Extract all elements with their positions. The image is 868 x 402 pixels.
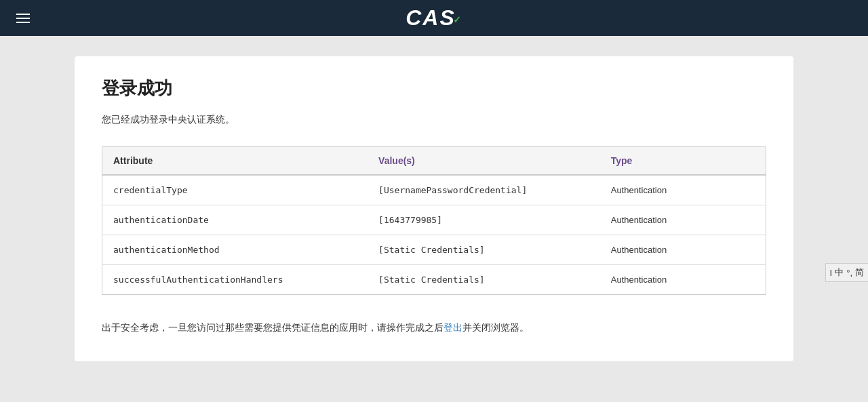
cell-type: Authentication bbox=[600, 265, 766, 295]
menu-icon-line1 bbox=[16, 14, 30, 15]
menu-icon-line3 bbox=[16, 22, 30, 23]
app-header: CAS✓ bbox=[0, 0, 868, 36]
menu-icon-line2 bbox=[16, 18, 30, 19]
ime-item-simp[interactable]: 简 bbox=[855, 266, 864, 279]
table-row: successfulAuthenticationHandlers [Static… bbox=[102, 265, 766, 295]
footer-note-after: 并关闭浏览器。 bbox=[462, 322, 529, 333]
col-header-attribute: Attribute bbox=[102, 147, 368, 176]
cell-attribute: authenticationMethod bbox=[102, 235, 368, 265]
cell-type: Authentication bbox=[600, 205, 766, 235]
cell-type: Authentication bbox=[600, 235, 766, 265]
attributes-table: Attribute Value(s) Type credentialType [… bbox=[102, 146, 766, 295]
table-row: authenticationMethod [Static Credentials… bbox=[102, 235, 766, 265]
app-logo: CAS✓ bbox=[406, 5, 462, 31]
cell-attribute: authenticationDate bbox=[102, 205, 368, 235]
cell-value: [UsernamePasswordCredential] bbox=[368, 175, 600, 205]
table-row: credentialType [UsernamePasswordCredenti… bbox=[102, 175, 766, 205]
menu-button[interactable] bbox=[14, 11, 33, 26]
success-message: 您已经成功登录中央认证系统。 bbox=[102, 114, 766, 126]
page-title: 登录成功 bbox=[102, 77, 766, 100]
cell-type: Authentication bbox=[600, 175, 766, 205]
footer-note-before: 出于安全考虑，一旦您访问过那些需要您提供凭证信息的应用时，请操作完成之后 bbox=[102, 322, 443, 333]
cell-attribute: credentialType bbox=[102, 175, 368, 205]
ime-item-zh[interactable]: 中 bbox=[835, 266, 844, 279]
cell-value: [1643779985] bbox=[368, 205, 600, 235]
ime-item-i[interactable]: I bbox=[830, 268, 833, 278]
footer-note: 出于安全考虑，一旦您访问过那些需要您提供凭证信息的应用时，请操作完成之后登出并关… bbox=[102, 322, 766, 334]
cell-value: [Static Credentials] bbox=[368, 265, 600, 295]
table-header-row: Attribute Value(s) Type bbox=[102, 147, 766, 176]
ime-item-punct[interactable]: °, bbox=[846, 268, 852, 278]
main-wrapper: 登录成功 您已经成功登录中央认证系统。 Attribute Value(s) T… bbox=[0, 36, 868, 382]
logo-checkmark: ✓ bbox=[453, 14, 462, 25]
col-header-type: Type bbox=[600, 147, 766, 176]
ime-toolbar: I 中 °, 简 bbox=[825, 263, 868, 282]
content-card: 登录成功 您已经成功登录中央认证系统。 Attribute Value(s) T… bbox=[75, 56, 793, 361]
cell-attribute: successfulAuthenticationHandlers bbox=[102, 265, 368, 295]
table-row: authenticationDate [1643779985] Authenti… bbox=[102, 205, 766, 235]
logo-text: CAS bbox=[406, 5, 456, 30]
logout-link[interactable]: 登出 bbox=[443, 322, 462, 333]
col-header-value: Value(s) bbox=[368, 147, 600, 176]
cell-value: [Static Credentials] bbox=[368, 235, 600, 265]
